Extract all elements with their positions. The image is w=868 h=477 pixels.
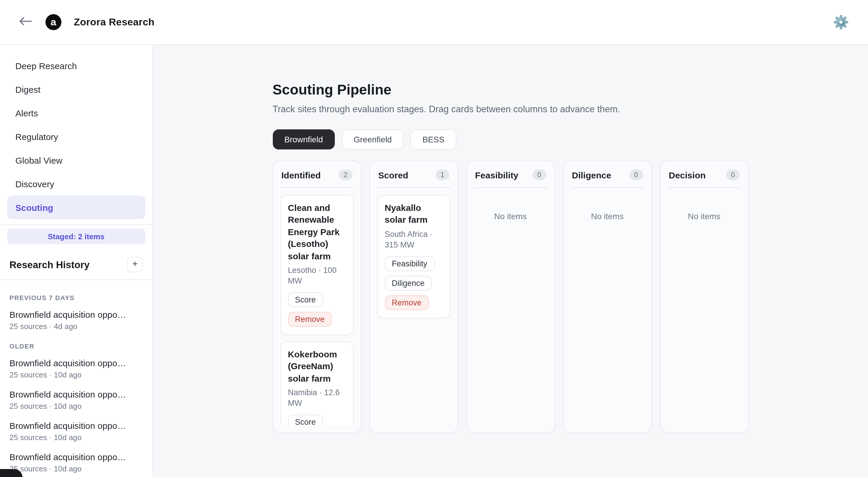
score-button[interactable]: Score — [288, 415, 323, 425]
card-meta: Namibia · 12.6 MW — [288, 388, 346, 409]
card-meta: South Africa · 315 MW — [385, 229, 442, 250]
pipeline-card[interactable]: Nyakallo solar farm South Africa · 315 M… — [377, 195, 450, 318]
history-list: PREVIOUS 7 DAYS Brownfield acquisition o… — [0, 280, 152, 477]
column-title: Scored — [378, 170, 408, 180]
history-item-meta: 25 sources · 10d ago — [9, 402, 143, 411]
column-scored: Scored 1 Nyakallo solar farm South Afric… — [369, 161, 458, 433]
history-item-title: Brownfield acquisition oppo… — [9, 309, 143, 320]
column-title: Feasibility — [475, 170, 519, 180]
back-arrow-icon — [19, 17, 32, 27]
top-bar: a Zorora Research ⚙️ — [0, 0, 868, 45]
page-subtitle: Track sites through evaluation stages. D… — [273, 104, 748, 115]
sidebar-nav: Deep Research Digest Alerts Regulatory G… — [0, 45, 152, 219]
column-title: Decision — [669, 170, 706, 180]
logo-letter: a — [51, 17, 56, 27]
app-window: a Zorora Research ⚙️ Deep Research Diges… — [0, 0, 868, 477]
diligence-button[interactable]: Diligence — [385, 275, 432, 290]
history-item-meta: 25 sources · 4d ago — [9, 322, 143, 331]
sidebar-item-digest[interactable]: Digest — [7, 78, 145, 101]
column-diligence: Diligence 0 No items — [563, 161, 652, 433]
kanban-board: Identified 2 Clean and Renewable Energy … — [273, 161, 748, 433]
new-research-button[interactable]: + — [127, 257, 143, 272]
sidebar: Deep Research Digest Alerts Regulatory G… — [0, 45, 153, 477]
history-item[interactable]: Brownfield acquisition oppo… 25 sources … — [9, 452, 143, 473]
page-title: Scouting Pipeline — [273, 82, 748, 98]
back-button[interactable] — [18, 14, 33, 30]
history-item-title: Brownfield acquisition oppo… — [9, 452, 143, 462]
history-item-title: Brownfield acquisition oppo… — [9, 421, 143, 430]
sidebar-item-regulatory[interactable]: Regulatory — [7, 125, 145, 148]
sidebar-item-alerts[interactable]: Alerts — [7, 101, 145, 125]
pipeline-card[interactable]: Clean and Renewable Energy Park (Lesotho… — [280, 195, 353, 335]
history-group-label: OLDER — [9, 342, 143, 350]
tab-greenfield[interactable]: Greenfield — [342, 129, 404, 149]
history-item-meta: 25 sources · 10d ago — [9, 433, 143, 442]
empty-column-placeholder: No items — [474, 211, 547, 221]
pipeline-type-tabs: Brownfield Greenfield BESS — [273, 129, 748, 149]
research-history-header: Research History + — [0, 257, 152, 272]
column-title: Diligence — [572, 170, 611, 180]
empty-column-placeholder: No items — [571, 211, 644, 221]
empty-column-placeholder: No items — [668, 211, 741, 221]
card-meta: Lesotho · 100 MW — [288, 265, 346, 287]
sidebar-item-global-view[interactable]: Global View — [7, 148, 145, 172]
history-item[interactable]: Brownfield acquisition oppo… 25 sources … — [9, 421, 143, 442]
sidebar-item-deep-research[interactable]: Deep Research — [7, 54, 145, 78]
score-button[interactable]: Score — [288, 292, 323, 307]
card-title: Clean and Renewable Energy Park (Lesotho… — [288, 202, 346, 262]
staged-count-badge[interactable]: Staged: 2 items — [7, 229, 145, 244]
column-count-badge: 0 — [629, 170, 643, 180]
app-logo: a — [45, 14, 61, 30]
column-count-badge: 1 — [436, 170, 449, 180]
history-item[interactable]: Brownfield acquisition oppo… 25 sources … — [9, 358, 143, 379]
feasibility-button[interactable]: Feasibility — [385, 256, 434, 271]
sidebar-item-discovery[interactable]: Discovery — [7, 172, 145, 196]
history-group-label: PREVIOUS 7 DAYS — [9, 294, 143, 301]
pipeline-card[interactable]: Kokerboom (GreeNam) solar farm Namibia ·… — [280, 341, 353, 425]
remove-button[interactable]: Remove — [288, 312, 332, 327]
history-item-meta: 25 sources · 10d ago — [9, 370, 143, 379]
history-item-title: Brownfield acquisition oppo… — [9, 389, 143, 399]
card-title: Kokerboom (GreeNam) solar farm — [288, 349, 346, 385]
research-history-title: Research History — [9, 259, 89, 270]
column-feasibility: Feasibility 0 No items — [466, 161, 555, 433]
column-title: Identified — [281, 170, 321, 180]
app-title: Zorora Research — [74, 16, 154, 28]
column-count-badge: 0 — [726, 170, 740, 180]
sidebar-item-scouting[interactable]: Scouting — [7, 196, 145, 219]
column-count-badge: 2 — [339, 170, 352, 180]
settings-gear-icon[interactable]: ⚙️ — [829, 15, 852, 29]
main-area: Scouting Pipeline Track sites through ev… — [153, 45, 868, 477]
remove-button[interactable]: Remove — [385, 295, 429, 310]
sidebar-divider — [0, 225, 152, 225]
history-item[interactable]: Brownfield acquisition oppo… 25 sources … — [9, 309, 143, 331]
history-item-meta: 25 sources · 10d ago — [9, 464, 143, 473]
column-identified: Identified 2 Clean and Renewable Energy … — [273, 161, 361, 433]
history-item[interactable]: Brownfield acquisition oppo… 25 sources … — [9, 389, 143, 411]
tab-bess[interactable]: BESS — [411, 129, 457, 149]
column-decision: Decision 0 No items — [660, 161, 748, 433]
column-count-badge: 0 — [533, 170, 546, 180]
card-title: Nyakallo solar farm — [385, 202, 442, 226]
tab-brownfield[interactable]: Brownfield — [273, 129, 335, 149]
history-item-title: Brownfield acquisition oppo… — [9, 358, 143, 368]
